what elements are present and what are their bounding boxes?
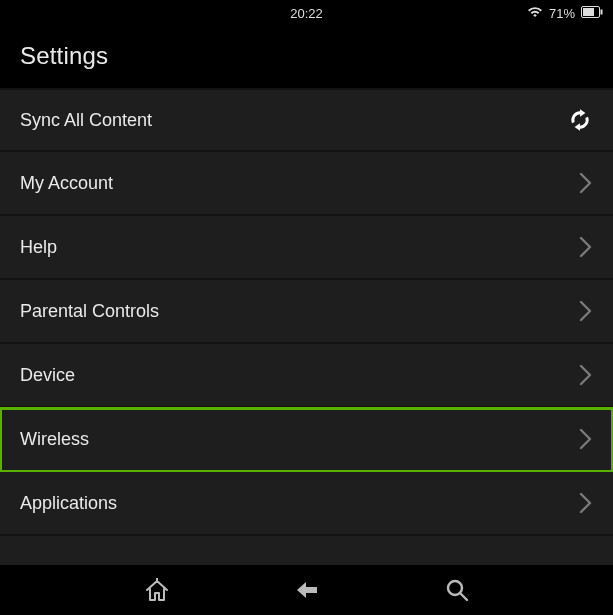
battery-icon xyxy=(581,6,603,21)
chevron-right-icon xyxy=(579,172,593,194)
row-device[interactable]: Device xyxy=(0,344,613,408)
row-label: Help xyxy=(20,237,57,258)
svg-rect-2 xyxy=(583,8,594,16)
row-wireless[interactable]: Wireless xyxy=(0,408,613,472)
chevron-right-icon xyxy=(579,492,593,514)
search-button[interactable] xyxy=(437,570,477,610)
wifi-icon xyxy=(527,6,543,21)
svg-rect-1 xyxy=(601,9,603,14)
row-label: Applications xyxy=(20,493,117,514)
settings-list: Sync All Content My Account Help Parenta… xyxy=(0,88,613,565)
row-sync-all-content[interactable]: Sync All Content xyxy=(0,88,613,152)
nav-bar xyxy=(0,565,613,615)
back-button[interactable] xyxy=(287,570,327,610)
settings-header: Settings xyxy=(0,26,613,88)
settings-screen: 20:22 71% Settings Sync All Content My A… xyxy=(0,0,613,615)
row-label: Sync All Content xyxy=(20,110,152,131)
home-icon xyxy=(144,578,170,602)
row-parental-controls[interactable]: Parental Controls xyxy=(0,280,613,344)
row-label: Device xyxy=(20,365,75,386)
chevron-right-icon xyxy=(579,428,593,450)
svg-line-4 xyxy=(460,593,467,600)
list-spacer xyxy=(0,536,613,565)
home-button[interactable] xyxy=(137,570,177,610)
page-title: Settings xyxy=(20,42,593,70)
chevron-right-icon xyxy=(579,236,593,258)
chevron-right-icon xyxy=(579,300,593,322)
status-right: 71% xyxy=(527,6,603,21)
row-label: Wireless xyxy=(20,429,89,450)
row-help[interactable]: Help xyxy=(0,216,613,280)
back-icon xyxy=(295,580,319,600)
status-bar: 20:22 71% xyxy=(0,0,613,26)
battery-pct: 71% xyxy=(549,6,575,21)
row-label: My Account xyxy=(20,173,113,194)
row-my-account[interactable]: My Account xyxy=(0,152,613,216)
chevron-right-icon xyxy=(579,364,593,386)
row-applications[interactable]: Applications xyxy=(0,472,613,536)
search-icon xyxy=(445,578,469,602)
sync-icon xyxy=(567,107,593,133)
status-time: 20:22 xyxy=(290,6,323,21)
row-label: Parental Controls xyxy=(20,301,159,322)
